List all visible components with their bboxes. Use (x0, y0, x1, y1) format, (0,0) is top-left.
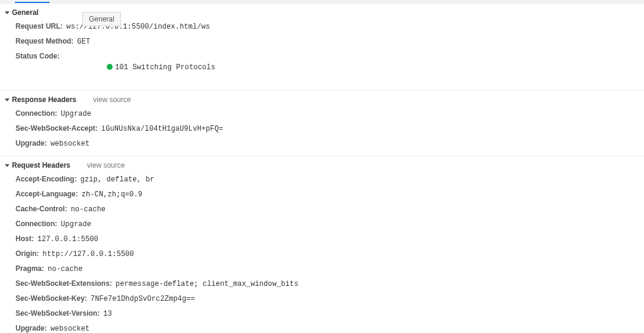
header-row: Sec-WebSocket-Extensions:permessage-defl… (0, 276, 644, 291)
header-row: Sec-WebSocket-Key:7NFe7e1DhdpSvOrc2Zmp4g… (0, 291, 644, 306)
header-value: no-cache (67, 204, 106, 215)
view-source-request[interactable]: view source (87, 161, 125, 169)
header-value: websocket (47, 323, 90, 333)
section-title-general: General (12, 8, 39, 17)
header-row: Origin:http://127.0.0.1:5500 (0, 246, 644, 261)
header-value: Upgrade (57, 109, 91, 119)
header-label: Sec-WebSocket-Key: (16, 293, 87, 304)
header-label: Sec-WebSocket-Version: (16, 308, 100, 319)
header-value: gzip, deflate, br (77, 174, 154, 185)
header-value: 127.0.0.1:5500 (34, 234, 98, 245)
header-value: 13 (100, 309, 112, 319)
header-row: Connection:Upgrade (0, 106, 644, 121)
header-label: Connection: (16, 218, 57, 229)
header-label: Sec-WebSocket-Accept: (16, 123, 98, 134)
header-value: permessage-deflate; client_max_window_bi… (112, 279, 299, 289)
caret-icon[interactable] (5, 11, 10, 14)
tooltip-general: General (82, 12, 121, 26)
section-title-request: Request Headers (12, 161, 70, 169)
caret-icon[interactable] (5, 98, 10, 101)
header-row: Connection:Upgrade (0, 217, 644, 232)
header-row: Sec-WebSocket-Version:13 (0, 306, 644, 321)
header-label: Connection: (16, 108, 57, 119)
label-request-url: Request URL: (16, 21, 63, 32)
response-headers-rows: Connection:UpgradeSec-WebSocket-Accept:i… (0, 105, 644, 152)
active-tab-underline (15, 2, 49, 3)
header-row: Sec-WebSocket-Accept:iGuNUsNka/l04tH1gaU… (0, 121, 644, 136)
header-row: Accept-Encoding:gzip, deflate, br (0, 172, 644, 187)
header-value: Upgrade (57, 219, 91, 230)
section-header-request[interactable]: Request Headers view source (0, 160, 644, 171)
header-label: Sec-WebSocket-Extensions: (16, 278, 112, 289)
section-response-headers: Response Headers view source Connection:… (0, 91, 644, 156)
header-label: Host: (16, 233, 34, 244)
header-row: Accept-Language:zh-CN,zh;q=0.9 (0, 187, 644, 202)
header-label: Origin: (16, 248, 39, 259)
header-value: websocket (47, 138, 90, 149)
value-status-code: 101 Switching Protocols (60, 51, 215, 84)
general-rows: Request URL: ws://127.0.0.1:5500/index.h… (0, 18, 644, 87)
headers-panel: General General Request URL: ws://127.0.… (0, 4, 644, 333)
header-row: Host:127.0.0.1:5500 (0, 232, 644, 246)
section-title-response: Response Headers (12, 95, 76, 104)
caret-icon[interactable] (5, 164, 10, 167)
row-request-method: Request Method: GET (0, 34, 644, 49)
value-request-method: GET (73, 36, 90, 47)
header-value: iGuNUsNka/l04tH1gaU9LvH+pFQ= (98, 124, 223, 134)
header-value: no-cache (44, 264, 82, 275)
tab-strip (0, 0, 644, 4)
header-label: Accept-Encoding: (16, 174, 77, 184)
header-row: Cache-Control:no-cache (0, 202, 644, 217)
header-value: 7NFe7e1DhdpSvOrc2Zmp4g== (87, 294, 195, 304)
header-row: Pragma:no-cache (0, 261, 644, 276)
header-label: Upgrade: (16, 323, 47, 333)
status-dot-icon (107, 64, 113, 70)
label-request-method: Request Method: (16, 36, 73, 47)
header-label: Pragma: (16, 263, 44, 274)
request-headers-rows: Accept-Encoding:gzip, deflate, brAccept-… (0, 171, 644, 333)
view-source-response[interactable]: view source (93, 95, 131, 104)
header-label: Cache-Control: (16, 204, 67, 214)
section-request-headers: Request Headers view source Accept-Encod… (0, 156, 644, 333)
section-header-response[interactable]: Response Headers view source (0, 94, 644, 105)
header-value: http://127.0.0.1:5500 (39, 249, 134, 260)
header-value: zh-CN,zh;q=0.9 (78, 189, 143, 200)
header-row: Upgrade:websocket (0, 136, 644, 151)
row-status-code: Status Code: 101 Switching Protocols (0, 49, 644, 85)
header-row: Upgrade:websocket (0, 321, 644, 333)
header-label: Accept-Language: (16, 189, 78, 199)
status-code-text: 101 Switching Protocols (115, 63, 215, 72)
header-label: Upgrade: (16, 138, 47, 149)
label-status-code: Status Code: (16, 51, 60, 61)
